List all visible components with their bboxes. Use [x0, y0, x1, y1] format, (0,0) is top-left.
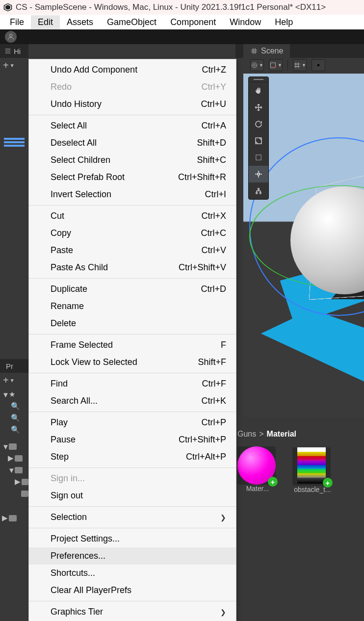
menu-item-play[interactable]: PlayCtrl+P: [29, 414, 236, 431]
menu-item-project-settings[interactable]: Project Settings...: [29, 530, 236, 547]
hierarchy-tab[interactable]: Hi: [0, 44, 28, 58]
rotate-tool[interactable]: [249, 116, 268, 132]
menu-item-copy[interactable]: CopyCtrl+C: [29, 225, 236, 242]
asset-grid: + Mater... + obstacle_t...: [235, 441, 364, 498]
folder-icon: [15, 467, 23, 473]
menu-item-paste[interactable]: PasteCtrl+V: [29, 242, 236, 259]
add-button[interactable]: +: [3, 60, 9, 71]
menu-file[interactable]: File: [3, 15, 31, 29]
project-tab[interactable]: Pr: [0, 359, 28, 373]
menu-item-undo[interactable]: Undo Add ComponentCtrl+Z: [29, 61, 236, 78]
menu-gameobject[interactable]: GameObject: [100, 15, 163, 29]
grid-snap-button[interactable]: ▼: [293, 59, 307, 71]
menu-item-duplicate[interactable]: DuplicateCtrl+D: [29, 281, 236, 298]
grip-icon[interactable]: [249, 77, 268, 82]
menu-item-graphics-tier[interactable]: Graphics Tier❯: [29, 603, 236, 621]
menu-item-find[interactable]: FindCtrl+F: [29, 375, 236, 392]
hierarchy-item[interactable]: [4, 141, 25, 143]
svg-point-12: [258, 188, 260, 190]
menu-item-invert-selection[interactable]: Invert SelectionCtrl+I: [29, 186, 236, 203]
menu-item-select-prefab-root[interactable]: Select Prefab RootCtrl+Shift+R: [29, 169, 236, 186]
texture-swatch-icon: [297, 447, 326, 484]
menu-item-paste-as-child[interactable]: Paste As ChildCtrl+Shift+V: [29, 259, 236, 276]
svg-point-9: [258, 173, 260, 176]
menu-item-select-all[interactable]: Select AllCtrl+A: [29, 117, 236, 134]
menu-item-undo-history[interactable]: Undo HistoryCtrl+U: [29, 96, 236, 113]
move-tool[interactable]: [249, 99, 268, 116]
tree-row-packages[interactable]: ▶: [1, 512, 28, 524]
separator: [287, 60, 288, 71]
scene-tab[interactable]: Scene: [243, 44, 290, 58]
svg-point-11: [260, 192, 261, 194]
svg-point-3: [9, 34, 12, 37]
edit-menu-dropdown: Undo Add ComponentCtrl+Z RedoCtrl+Y Undo…: [28, 59, 236, 621]
menu-item-pause[interactable]: PauseCtrl+Shift+P: [29, 431, 236, 448]
unity-logo-icon: [3, 2, 13, 12]
folder-icon: [22, 479, 28, 485]
dropdown-arrow-icon[interactable]: ▼: [10, 378, 15, 383]
shading-mode-button[interactable]: ▼: [269, 59, 283, 71]
tree-row[interactable]: ▶: [1, 476, 28, 488]
menu-separator: [29, 412, 236, 412]
menu-item-sign-out[interactable]: Sign out: [29, 487, 236, 504]
menu-bar: File Edit Assets GameObject Component Wi…: [0, 15, 364, 29]
tree-row-favorites[interactable]: ▼★: [1, 388, 28, 400]
menu-window[interactable]: Window: [223, 15, 268, 29]
menu-edit[interactable]: Edit: [31, 15, 60, 29]
menu-item-rename[interactable]: Rename: [29, 298, 236, 315]
menu-separator: [29, 506, 236, 507]
menu-separator: [29, 115, 236, 115]
camera-mode-button[interactable]: ▼: [250, 59, 264, 71]
more-tools-button[interactable]: •: [312, 59, 325, 71]
menu-item-frame-selected[interactable]: Frame SelectedF: [29, 336, 236, 354]
menu-help[interactable]: Help: [268, 15, 300, 29]
tree-row-assets[interactable]: ▼: [1, 440, 28, 452]
svg-point-4: [254, 64, 256, 66]
menu-separator: [29, 334, 236, 335]
menu-item-clear-playerprefs[interactable]: Clear All PlayerPrefs: [29, 582, 236, 599]
scale-tool[interactable]: [249, 132, 268, 149]
menu-component[interactable]: Component: [163, 15, 223, 29]
scene-tab-row: Scene: [235, 44, 364, 58]
menu-separator: [29, 467, 236, 468]
transform-tool[interactable]: [249, 166, 268, 182]
breadcrumb-item[interactable]: Material: [267, 430, 296, 439]
menu-item-sign-in: Sign in...: [29, 470, 236, 487]
scene-viewport[interactable]: [243, 74, 364, 417]
menu-item-shortcuts[interactable]: Shortcuts...: [29, 565, 236, 582]
breadcrumb-item[interactable]: Guns: [237, 430, 256, 439]
menu-item-deselect-all[interactable]: Deselect AllShift+D: [29, 134, 236, 152]
project-content: Guns > Material + Mater... + obstacle_t.…: [235, 427, 364, 621]
menu-item-step[interactable]: StepCtrl+Alt+P: [29, 448, 236, 466]
menu-item-select-children[interactable]: Select ChildrenShift+C: [29, 152, 236, 169]
menu-item-selection[interactable]: Selection❯: [29, 509, 236, 526]
hand-tool[interactable]: [249, 82, 268, 99]
avatar-icon[interactable]: [5, 31, 17, 43]
breadcrumb-sep-icon: >: [259, 430, 263, 439]
tree-row[interactable]: [1, 488, 28, 499]
svg-point-6: [274, 66, 276, 68]
menu-item-cut[interactable]: CutCtrl+X: [29, 207, 236, 225]
asset-material[interactable]: + Mater...: [237, 446, 278, 493]
hierarchy-item[interactable]: [4, 138, 25, 140]
add-button[interactable]: +: [3, 375, 9, 386]
tree-row[interactable]: ▼: [1, 464, 28, 476]
tree-row[interactable]: 🔍: [1, 412, 28, 424]
search-icon: 🔍: [11, 402, 20, 411]
tree-row[interactable]: ▶: [1, 452, 28, 464]
rect-tool[interactable]: [249, 149, 268, 166]
menu-item-lock-view[interactable]: Lock View to SelectedShift+F: [29, 354, 236, 371]
asset-texture[interactable]: + obstacle_t...: [292, 446, 333, 493]
tree-row[interactable]: 🔍: [1, 400, 28, 412]
menu-item-search-all[interactable]: Search All...Ctrl+K: [29, 392, 236, 410]
dropdown-arrow-icon[interactable]: ▼: [10, 63, 15, 68]
hierarchy-item[interactable]: [4, 145, 25, 147]
menu-assets[interactable]: Assets: [60, 15, 100, 29]
menu-separator: [29, 205, 236, 206]
menu-item-preferences[interactable]: Preferences...: [29, 547, 236, 565]
left-column: Hi + ▼ Pr + ▼ ▼★ 🔍 🔍 🔍 ▼ ▶ ▼ ▶: [0, 44, 28, 621]
menu-item-redo: RedoCtrl+Y: [29, 78, 236, 96]
menu-item-delete[interactable]: Delete: [29, 315, 236, 332]
tree-row[interactable]: 🔍: [1, 424, 28, 436]
custom-tool[interactable]: [249, 182, 268, 199]
